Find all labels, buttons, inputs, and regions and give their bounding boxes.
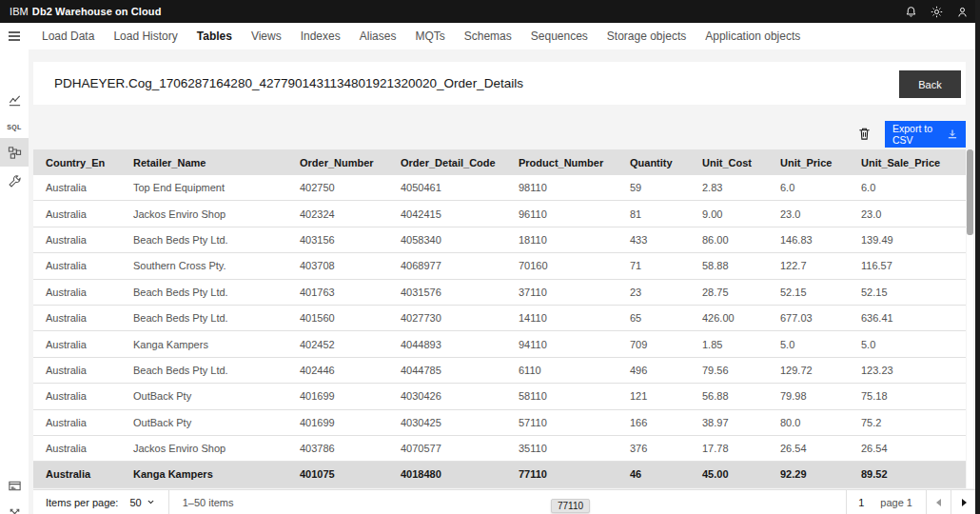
tab-storage-objects[interactable]: Storage objects bbox=[598, 30, 696, 43]
table-cell: 37110 bbox=[506, 280, 617, 305]
wrench-icon[interactable] bbox=[0, 168, 29, 194]
table-row[interactable]: AustraliaOutBack Pty40169940304255711016… bbox=[33, 410, 966, 436]
table-row[interactable]: AustraliaOutBack Pty40169940304265811012… bbox=[33, 384, 966, 409]
previous-page-button[interactable] bbox=[927, 490, 951, 514]
table-cell: 56.88 bbox=[690, 384, 768, 408]
next-page-button[interactable] bbox=[951, 490, 975, 514]
table-row[interactable]: AustraliaBeach Beds Pty Ltd.401763403157… bbox=[33, 280, 966, 306]
table-cell: Australia bbox=[33, 280, 121, 305]
table-row[interactable]: AustraliaSouthern Cross Pty.403708406897… bbox=[33, 253, 966, 279]
table-cell: 75.18 bbox=[849, 384, 966, 408]
column-header-country_en[interactable]: Country_En bbox=[33, 149, 121, 175]
tab-schemas[interactable]: Schemas bbox=[455, 30, 521, 43]
table-row[interactable]: AustraliaKanga Kampers401075401848077110… bbox=[33, 462, 966, 487]
table-cell: 403156 bbox=[287, 227, 388, 252]
tab-aliases[interactable]: Aliases bbox=[350, 30, 406, 43]
table-cell: 5.0 bbox=[849, 331, 966, 356]
tab-tables[interactable]: Tables bbox=[187, 30, 242, 43]
export-to-csv-label: Export to CSV bbox=[892, 123, 947, 146]
column-header-quantity[interactable]: Quantity bbox=[617, 149, 690, 175]
column-header-retailer_name[interactable]: Retailer_Name bbox=[121, 149, 287, 175]
pagination-right: 1 page 1 bbox=[846, 490, 975, 514]
chevron-down-icon bbox=[147, 498, 155, 506]
tab-views[interactable]: Views bbox=[242, 30, 291, 43]
back-button[interactable]: Back bbox=[899, 70, 961, 98]
window-right-edge bbox=[975, 0, 980, 514]
table-cell: Jackos Enviro Shop bbox=[121, 436, 287, 461]
hamburger-icon[interactable] bbox=[0, 23, 29, 49]
tab-load-data[interactable]: Load Data bbox=[32, 30, 104, 43]
topbar-icons bbox=[904, 0, 969, 23]
table-row[interactable]: AustraliaBeach Beds Pty Ltd.403156405834… bbox=[33, 227, 966, 253]
brand-name: Db2 Warehouse on Cloud bbox=[32, 6, 162, 17]
sidebar: SQL bbox=[0, 49, 29, 514]
table-row[interactable]: AustraliaTop End Equipment40275040504619… bbox=[33, 175, 966, 201]
tables-icon[interactable] bbox=[0, 138, 29, 167]
table-row[interactable]: AustraliaBeach Beds Pty Ltd.401560402773… bbox=[33, 306, 966, 331]
table-cell: 17.78 bbox=[690, 436, 768, 461]
tab-application-objects[interactable]: Application objects bbox=[696, 30, 810, 43]
page-select[interactable]: 1 bbox=[847, 490, 880, 514]
trash-icon[interactable] bbox=[854, 124, 873, 143]
table-cell: 401699 bbox=[287, 384, 388, 408]
table-cell: 4058340 bbox=[388, 227, 506, 252]
table-body: AustraliaTop End Equipment40275040504619… bbox=[33, 175, 966, 488]
table-cell: 38.97 bbox=[690, 410, 768, 435]
tab-sequences[interactable]: Sequences bbox=[521, 30, 598, 43]
table-cell: Kanga Kampers bbox=[121, 331, 287, 356]
chart-icon[interactable] bbox=[0, 87, 29, 113]
table-cell: 79.98 bbox=[768, 384, 849, 408]
table-cell: 81 bbox=[617, 201, 690, 226]
tab-load-history[interactable]: Load History bbox=[104, 30, 186, 43]
table-cell: 433 bbox=[617, 227, 690, 252]
table-cell: 45.00 bbox=[690, 462, 768, 486]
tab-indexes[interactable]: Indexes bbox=[291, 30, 350, 43]
table-cell: Australia bbox=[33, 306, 121, 330]
table-cell: 96110 bbox=[506, 201, 617, 226]
table-cell: 26.54 bbox=[768, 436, 849, 461]
table-cell: 5.0 bbox=[768, 331, 849, 356]
table-cell: 26.54 bbox=[849, 436, 966, 461]
table-cell: 4030425 bbox=[388, 410, 506, 435]
table-cell: 92.29 bbox=[768, 462, 849, 486]
table-row[interactable]: AustraliaJackos Enviro Shop4037864070577… bbox=[33, 436, 966, 462]
sql-icon[interactable]: SQL bbox=[0, 113, 29, 140]
items-per-page-select[interactable]: 50 bbox=[129, 497, 154, 508]
table-cell: 709 bbox=[617, 331, 690, 356]
table-row[interactable]: AustraliaBeach Beds Pty Ltd.402446404478… bbox=[33, 358, 966, 384]
console-icon[interactable] bbox=[0, 472, 29, 499]
table-cell: 402324 bbox=[287, 201, 388, 226]
export-to-csv-button[interactable]: Export to CSV bbox=[885, 121, 966, 148]
table-cell: Kanga Kampers bbox=[121, 462, 287, 486]
table-row[interactable]: AustraliaKanga Kampers402452404489394110… bbox=[33, 331, 966, 357]
table-cell: 636.41 bbox=[849, 306, 966, 330]
table-cell: Australia bbox=[33, 253, 121, 278]
cross-arrows-icon[interactable] bbox=[0, 500, 29, 514]
table-cell: 6.0 bbox=[768, 175, 849, 200]
table-cell: 146.83 bbox=[768, 227, 849, 252]
table-cell: 401075 bbox=[287, 462, 388, 486]
table-cell: 14110 bbox=[506, 306, 617, 330]
table-cell: OutBack Pty bbox=[121, 410, 287, 435]
column-header-product_number[interactable]: Product_Number bbox=[506, 149, 617, 175]
table-cell: 121 bbox=[617, 384, 690, 408]
table-header-row: Country_EnRetailer_NameOrder_NumberOrder… bbox=[33, 149, 966, 175]
column-header-order_detail_code[interactable]: Order_Detail_Code bbox=[388, 149, 506, 175]
table-cell: 2.83 bbox=[690, 175, 768, 200]
column-header-order_number[interactable]: Order_Number bbox=[287, 149, 388, 175]
column-header-unit_price[interactable]: Unit_Price bbox=[768, 149, 849, 175]
table-cell: 401763 bbox=[287, 280, 388, 305]
brightness-icon[interactable] bbox=[930, 5, 943, 18]
column-header-unit_cost[interactable]: Unit_Cost bbox=[690, 149, 768, 175]
column-header-unit_sale_price[interactable]: Unit_Sale_Price bbox=[849, 149, 966, 175]
table-cell: 59 bbox=[617, 175, 690, 200]
user-icon[interactable] bbox=[955, 5, 969, 18]
bell-icon[interactable] bbox=[904, 5, 917, 18]
vertical-scrollbar[interactable] bbox=[967, 149, 973, 488]
table-cell: 116.57 bbox=[849, 253, 966, 278]
tab-mqts[interactable]: MQTs bbox=[405, 30, 454, 43]
table-cell: Australia bbox=[33, 227, 121, 252]
scrollbar-thumb[interactable] bbox=[967, 149, 973, 235]
caret-left-icon bbox=[935, 499, 943, 506]
table-row[interactable]: AustraliaJackos Enviro Shop4023244042415… bbox=[33, 201, 966, 227]
